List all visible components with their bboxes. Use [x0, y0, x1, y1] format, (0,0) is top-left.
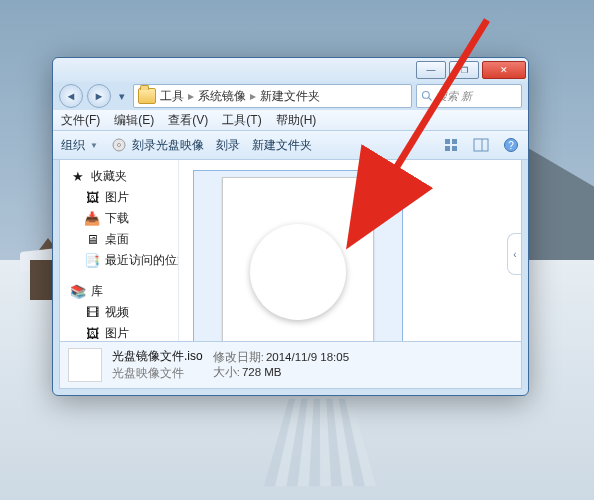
minimize-button[interactable]: —	[416, 61, 446, 79]
download-icon: 📥	[84, 211, 100, 227]
library-icon: 📚	[70, 284, 86, 300]
close-button[interactable]: ✕	[482, 61, 526, 79]
svg-text:?: ?	[508, 140, 514, 151]
pictures-icon: 🖼	[84, 190, 100, 206]
video-icon: 🎞	[84, 305, 100, 321]
iso-file-icon	[222, 177, 374, 348]
folder-icon	[138, 88, 156, 104]
breadcrumb-seg[interactable]: 新建文件夹	[260, 89, 320, 104]
nav-libraries-header[interactable]: 📚库	[64, 281, 174, 302]
nav-favorites-header[interactable]: ★收藏夹	[64, 166, 174, 187]
details-pane: 光盘镜像文件.iso 光盘映像文件 修改日期:2014/11/9 18:05 大…	[59, 341, 522, 389]
svg-rect-5	[452, 139, 457, 144]
preview-expand-button[interactable]: ‹	[507, 233, 521, 275]
file-item-selected[interactable]: 光盘镜像文件.iso	[193, 170, 403, 348]
svg-rect-7	[452, 146, 457, 151]
menu-help[interactable]: 帮助(H)	[276, 112, 317, 129]
svg-point-3	[117, 144, 120, 147]
details-date-label: 修改日期:	[213, 351, 264, 363]
details-size-label: 大小:	[213, 366, 240, 378]
toolbar-organize[interactable]: 组织▼	[61, 137, 98, 154]
toolbar-burn[interactable]: 刻录	[216, 137, 240, 154]
nav-item-videos[interactable]: 🎞视频	[64, 302, 174, 323]
menu-file[interactable]: 文件(F)	[61, 112, 100, 129]
details-size-value: 728 MB	[242, 366, 282, 378]
preview-pane-button[interactable]	[472, 136, 490, 154]
star-icon: ★	[70, 169, 86, 185]
nav-item-desktop[interactable]: 🖥桌面	[64, 229, 174, 250]
desktop-icon: 🖥	[84, 232, 100, 248]
address-row: ◄ ► ▾ 工具▸ 系统镜像▸ 新建文件夹 搜索 新	[53, 82, 528, 110]
toolbar: 组织▼ 刻录光盘映像 刻录 新建文件夹 ?	[53, 130, 528, 160]
menu-view[interactable]: 查看(V)	[168, 112, 208, 129]
nav-item-recent[interactable]: 📑最近访问的位置	[64, 250, 174, 271]
details-date-value: 2014/11/9 18:05	[266, 351, 349, 363]
recent-icon: 📑	[84, 253, 100, 269]
menu-tools[interactable]: 工具(T)	[222, 112, 261, 129]
breadcrumb-seg[interactable]: 系统镜像	[198, 89, 246, 104]
disc-icon	[250, 224, 346, 320]
breadcrumb[interactable]: 工具▸ 系统镜像▸ 新建文件夹	[133, 84, 412, 108]
view-mode-button[interactable]	[442, 136, 460, 154]
menubar: 文件(F) 编辑(E) 查看(V) 工具(T) 帮助(H)	[53, 110, 528, 130]
nav-item-pictures[interactable]: 🖼图片	[64, 187, 174, 208]
nav-item-downloads[interactable]: 📥下载	[64, 208, 174, 229]
disc-icon	[110, 136, 128, 154]
details-filetype: 光盘映像文件	[112, 365, 203, 382]
help-button[interactable]: ?	[502, 136, 520, 154]
search-placeholder: 搜索 新	[436, 89, 472, 104]
back-button[interactable]: ◄	[59, 84, 83, 108]
toolbar-new-folder[interactable]: 新建文件夹	[252, 137, 312, 154]
explorer-body: ★收藏夹 🖼图片 📥下载 🖥桌面 📑最近访问的位置 📚库 🎞视频 🖼图片 📄文档…	[59, 159, 522, 349]
svg-rect-8	[474, 139, 488, 151]
svg-rect-6	[445, 146, 450, 151]
breadcrumb-seg[interactable]: 工具	[160, 89, 184, 104]
svg-point-0	[423, 92, 430, 99]
details-filename: 光盘镜像文件.iso	[112, 348, 203, 365]
explorer-window: — ❐ ✕ ◄ ► ▾ 工具▸ 系统镜像▸ 新建文件夹 搜索 新 文件(F) 编…	[52, 57, 529, 396]
svg-rect-4	[445, 139, 450, 144]
forward-button[interactable]: ►	[87, 84, 111, 108]
details-file-icon	[68, 348, 102, 382]
search-input[interactable]: 搜索 新	[416, 84, 522, 108]
maximize-button[interactable]: ❐	[449, 61, 479, 79]
titlebar[interactable]: — ❐ ✕	[53, 58, 528, 82]
menu-edit[interactable]: 编辑(E)	[114, 112, 154, 129]
toolbar-burn-image[interactable]: 刻录光盘映像	[110, 136, 204, 154]
pictures-icon: 🖼	[84, 326, 100, 342]
search-icon	[421, 90, 433, 102]
file-list-pane[interactable]: 光盘镜像文件.iso ‹	[179, 160, 521, 348]
history-dropdown-button[interactable]: ▾	[115, 85, 129, 107]
svg-line-1	[429, 98, 432, 101]
navigation-pane[interactable]: ★收藏夹 🖼图片 📥下载 🖥桌面 📑最近访问的位置 📚库 🎞视频 🖼图片 📄文档…	[60, 160, 179, 348]
